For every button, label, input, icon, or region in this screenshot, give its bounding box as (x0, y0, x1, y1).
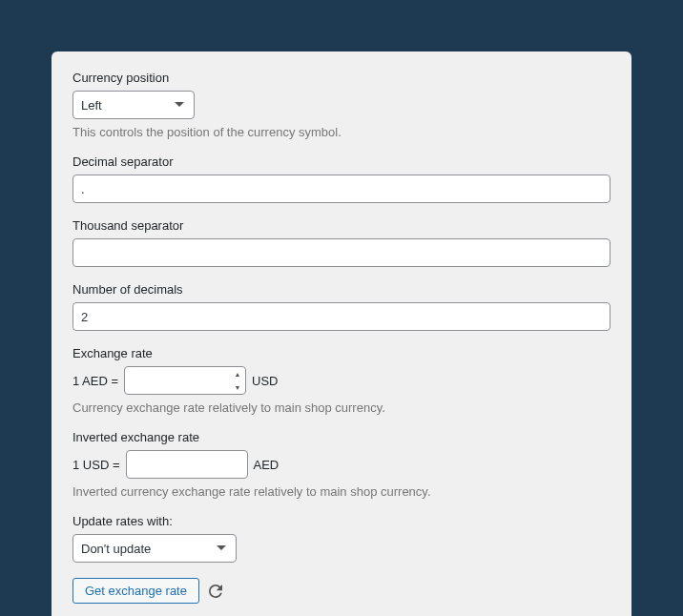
update-rates-select[interactable]: Don't update (72, 534, 237, 563)
number-of-decimals-input[interactable] (72, 302, 611, 331)
decimal-separator-input[interactable] (72, 175, 611, 203)
currency-position-label: Currency position (72, 71, 611, 85)
exchange-rate-suffix: USD (252, 374, 278, 388)
spinner-down-button[interactable]: ▼ (230, 380, 245, 394)
number-of-decimals-field: Number of decimals (72, 282, 611, 331)
inverted-exchange-rate-label: Inverted exchange rate (72, 430, 611, 444)
inverted-exchange-rate-prefix: 1 USD = (72, 458, 120, 472)
currency-position-field: Currency position Left This controls the… (72, 71, 611, 139)
thousand-separator-input[interactable] (72, 238, 611, 267)
currency-position-description: This controls the position of the curren… (72, 125, 611, 139)
update-rates-field: Update rates with: Don't update (72, 514, 611, 563)
update-rates-label: Update rates with: (72, 514, 611, 528)
inverted-exchange-rate-input[interactable] (126, 450, 248, 479)
inverted-exchange-rate-description: Inverted currency exchange rate relative… (72, 484, 611, 499)
decimal-separator-label: Decimal separator (72, 154, 611, 169)
spinner-up-button[interactable]: ▲ (230, 367, 245, 380)
exchange-rate-description: Currency exchange rate relatively to mai… (72, 400, 611, 415)
currency-position-select[interactable]: Left (72, 91, 195, 119)
number-of-decimals-label: Number of decimals (72, 282, 611, 297)
inverted-exchange-rate-suffix: AED (254, 458, 279, 472)
exchange-rate-field: Exchange rate 1 AED = ▲ ▼ USD Currency e… (72, 346, 611, 415)
settings-panel: Currency position Left This controls the… (52, 51, 631, 616)
thousand-separator-label: Thousand separator (72, 218, 611, 233)
exchange-rate-prefix: 1 AED = (72, 374, 118, 388)
inverted-exchange-rate-field: Inverted exchange rate 1 USD = AED Inver… (72, 430, 611, 499)
exchange-rate-spinner: ▲ ▼ (230, 367, 245, 394)
exchange-rate-label: Exchange rate (72, 346, 611, 360)
decimal-separator-field: Decimal separator (72, 154, 611, 203)
exchange-rate-input[interactable] (124, 366, 246, 395)
get-exchange-rate-button[interactable]: Get exchange rate (72, 578, 199, 604)
refresh-icon (209, 585, 222, 598)
thousand-separator-field: Thousand separator (72, 218, 611, 267)
get-exchange-rate-row: Get exchange rate (72, 578, 611, 604)
